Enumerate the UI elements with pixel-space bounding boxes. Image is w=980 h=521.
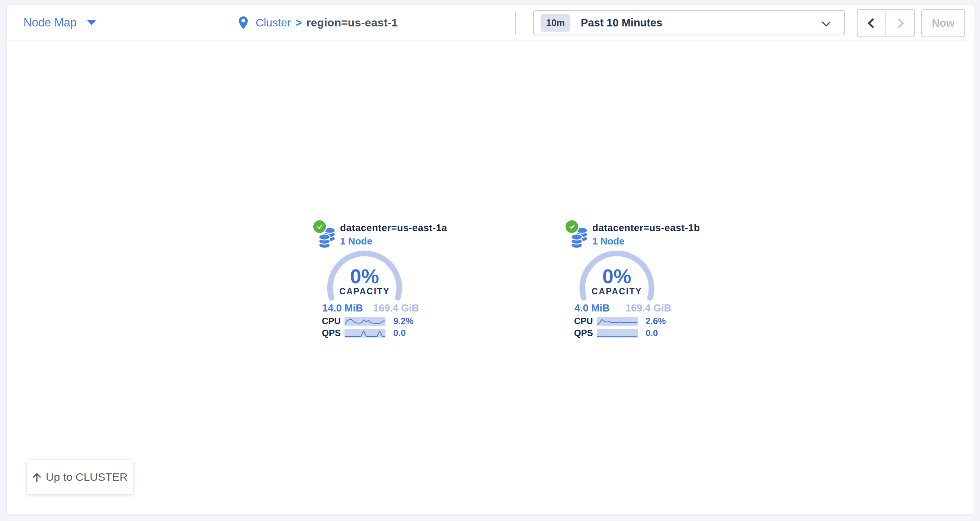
capacity-percent: 0% — [577, 264, 657, 288]
capacity-caption: CAPACITY — [577, 287, 657, 296]
time-range-dropdown[interactable]: 10m Past 10 Minutes — [533, 10, 845, 35]
qps-value: 0.0 — [393, 328, 406, 338]
chevron-down-icon — [821, 18, 830, 26]
datacenter-name: datacenter=us-east-1b — [592, 222, 700, 234]
breadcrumb-cluster-link[interactable]: Cluster — [256, 16, 291, 29]
up-to-cluster-button[interactable]: Up to CLUSTER — [26, 459, 134, 495]
time-stepper — [857, 9, 915, 37]
cpu-metric-row: CPU 2.6% — [574, 317, 682, 326]
breadcrumb: Cluster > region=us-east-1 — [239, 5, 398, 41]
capacity-used: 4.0 MiB — [574, 303, 610, 314]
healthy-check-icon — [565, 219, 579, 234]
node-count: 1 Node — [592, 236, 625, 247]
datacenter-card-us-east-1a[interactable]: datacenter=us-east-1a 1 Node 0% CAPACITY… — [312, 219, 439, 346]
next-time-button[interactable] — [886, 10, 914, 37]
cpu-sparkline — [597, 317, 638, 326]
capacity-values-row: 14.0 MiB 169.4 GiB — [322, 303, 419, 314]
cpu-label: CPU — [322, 316, 345, 327]
time-range-label: Past 10 Minutes — [581, 17, 662, 29]
node-map-panel: Node Map Cluster > region=us-east-1 10m … — [6, 5, 974, 515]
up-to-cluster-label: Up to CLUSTER — [46, 471, 127, 483]
qps-label: QPS — [574, 328, 597, 338]
header-divider — [515, 11, 515, 35]
capacity-used: 14.0 MiB — [322, 303, 363, 314]
cpu-metric-row: CPU 9.2% — [322, 317, 430, 326]
qps-metric-row: QPS 0.0 — [322, 328, 430, 338]
cpu-value: 2.6% — [646, 316, 666, 327]
qps-value: 0.0 — [646, 328, 658, 338]
cpu-sparkline — [345, 317, 385, 326]
datacenter-name: datacenter=us-east-1a — [340, 222, 447, 234]
capacity-percent: 0% — [325, 264, 404, 288]
breadcrumb-separator: > — [296, 16, 302, 29]
capacity-values-row: 4.0 MiB 169.4 GiB — [574, 303, 671, 314]
now-button[interactable]: Now — [921, 9, 965, 37]
time-range-badge: 10m — [541, 14, 570, 32]
capacity-total: 169.4 GiB — [373, 303, 419, 314]
capacity-total: 169.4 GiB — [625, 303, 671, 314]
location-pin-icon — [239, 16, 248, 29]
qps-label: QPS — [322, 328, 345, 338]
breadcrumb-current: region=us-east-1 — [307, 16, 398, 29]
prev-time-button[interactable] — [858, 10, 886, 37]
chevron-right-icon — [894, 18, 904, 28]
view-selector-label: Node Map — [24, 16, 76, 29]
cpu-label: CPU — [574, 316, 597, 327]
qps-metric-row: QPS 0.0 — [574, 328, 682, 338]
healthy-check-icon — [312, 219, 327, 234]
capacity-caption: CAPACITY — [325, 287, 404, 296]
header-bar: Node Map Cluster > region=us-east-1 10m … — [7, 5, 974, 41]
cpu-value: 9.2% — [393, 316, 414, 327]
caret-down-icon — [87, 20, 96, 25]
view-selector-dropdown[interactable]: Node Map — [24, 5, 96, 41]
chevron-left-icon — [868, 18, 878, 28]
arrow-up-icon — [32, 472, 41, 483]
node-count: 1 Node — [340, 236, 372, 247]
qps-sparkline — [345, 329, 385, 338]
qps-sparkline — [597, 329, 638, 338]
datacenter-card-us-east-1b[interactable]: datacenter=us-east-1b 1 Node 0% CAPACITY… — [565, 219, 691, 346]
